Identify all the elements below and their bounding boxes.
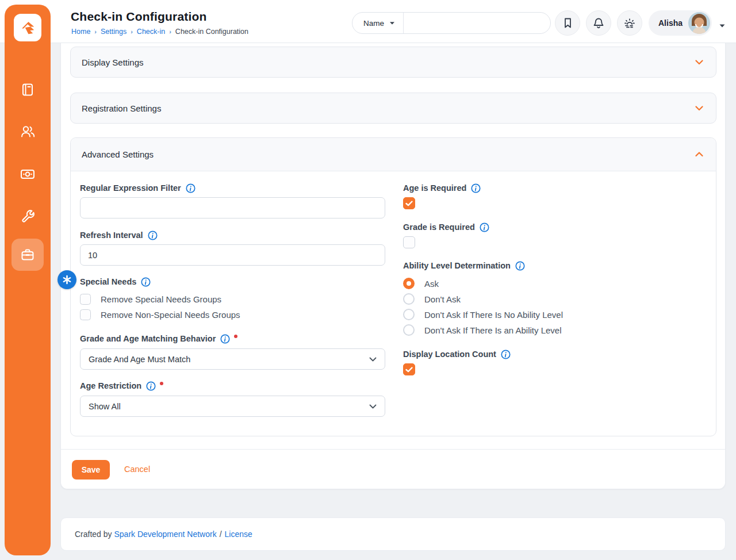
breadcrumb-separator: › (169, 28, 171, 35)
breadcrumb-current: Check-in Configuration (175, 28, 248, 36)
grade-age-matching-select[interactable]: Grade And Age Must Match (80, 348, 385, 370)
theme-toggle-button[interactable] (617, 10, 642, 36)
chevron-down-icon (719, 24, 726, 28)
people-icon (20, 124, 36, 139)
remove-special-needs-checkbox-row[interactable]: Remove Special Needs Groups (80, 294, 221, 305)
required-indicator (160, 382, 163, 385)
panel-advanced-settings-header[interactable]: Advanced Settings (71, 138, 716, 171)
panel-display-settings: Display Settings (70, 47, 716, 78)
refresh-interval-label: Refresh Interval (80, 229, 158, 241)
display-location-count-checkbox[interactable] (403, 363, 415, 375)
chevron-up-icon (695, 152, 703, 157)
panel-registration-settings-header[interactable]: Registration Settings (71, 93, 716, 123)
radio-selected[interactable] (403, 278, 415, 289)
check-icon (405, 201, 413, 206)
book-icon (20, 82, 35, 97)
notifications-button[interactable] (586, 10, 611, 36)
sidebar (5, 5, 51, 555)
rock-logo[interactable] (14, 14, 41, 41)
breadcrumb: Home › Settings › Check-in › Check-in Co… (71, 28, 248, 36)
ability-option-dont-ask-no-level[interactable]: Don't Ask If There Is No Ability Level (403, 309, 563, 320)
top-header: Check-in Configuration Home › Settings ›… (0, 0, 736, 43)
ability-option-dont-ask[interactable]: Don't Ask (403, 293, 461, 305)
breadcrumb-settings[interactable]: Settings (101, 28, 126, 36)
wrench-icon (20, 209, 35, 224)
footer-network-link[interactable]: Spark Development Network (114, 530, 216, 539)
breadcrumb-checkin[interactable]: Check-in (137, 28, 165, 36)
briefcase-icon (20, 247, 35, 262)
cancel-link[interactable]: Cancel (124, 465, 150, 474)
special-needs-label: Special Needs (80, 276, 151, 287)
info-icon[interactable] (480, 223, 489, 232)
panel-title: Display Settings (82, 57, 144, 67)
breadcrumb-separator: › (94, 28, 97, 35)
breadcrumb-home[interactable]: Home (71, 28, 90, 36)
search-filter-label: Name (363, 19, 384, 28)
age-restriction-select[interactable]: Show All (80, 396, 385, 417)
footer-separator: / (220, 530, 222, 539)
info-icon[interactable] (146, 381, 156, 391)
info-icon[interactable] (515, 261, 525, 271)
panel-title: Registration Settings (82, 103, 161, 113)
sidebar-item-tools[interactable] (12, 200, 44, 232)
chevron-down-icon (695, 106, 703, 111)
grade-age-matching-label: Grade and Age Matching Behavior (80, 333, 237, 344)
sidebar-item-admin[interactable] (12, 239, 44, 271)
bookmark-icon (562, 17, 573, 29)
block-container: Display Settings Registration Settings A… (60, 43, 726, 489)
search-input[interactable] (404, 13, 550, 33)
cash-icon (20, 167, 36, 181)
sidebar-item-pages[interactable] (12, 74, 44, 106)
info-icon[interactable] (141, 277, 151, 287)
chevron-down-icon (695, 60, 703, 65)
radio-unselected[interactable] (403, 293, 415, 305)
info-icon[interactable] (471, 183, 481, 193)
required-indicator (234, 335, 237, 338)
panel-registration-settings: Registration Settings (70, 93, 716, 124)
avatar (688, 12, 710, 34)
regex-filter-input[interactable] (80, 197, 385, 218)
header-expand-caret[interactable] (719, 20, 726, 30)
sun-haze-icon (623, 17, 636, 29)
action-bar: Save Cancel (61, 449, 725, 489)
panel-title: Advanced Settings (82, 149, 154, 159)
page-footer: Crafted by Spark Development Network / L… (60, 517, 726, 551)
sidebar-item-people[interactable] (12, 116, 44, 148)
info-icon[interactable] (501, 350, 511, 359)
bookmarks-button[interactable] (555, 10, 580, 36)
display-location-count-label: Display Location Count (403, 348, 511, 360)
checkin-configuration-page: Check-in Configuration Home › Settings ›… (0, 0, 736, 560)
info-icon[interactable] (148, 231, 158, 240)
footer-license-link[interactable]: License (225, 530, 252, 539)
user-name: Alisha (658, 18, 683, 28)
checkbox-unchecked[interactable] (80, 309, 91, 320)
sidebar-item-finance[interactable] (12, 158, 44, 190)
radio-unselected[interactable] (403, 309, 415, 320)
footer-credit-text: Crafted by (75, 530, 112, 539)
grade-required-checkbox[interactable] (403, 236, 415, 248)
user-menu[interactable]: Alisha (649, 10, 712, 36)
page-title: Check-in Configuration (71, 10, 207, 24)
ability-level-label: Ability Level Determination (403, 260, 525, 271)
info-icon[interactable] (220, 334, 230, 344)
panel-display-settings-header[interactable]: Display Settings (71, 47, 716, 77)
chevron-down-icon (389, 21, 395, 25)
save-button[interactable]: Save (72, 460, 110, 480)
bell-icon (593, 17, 604, 29)
ability-option-ask[interactable]: Ask (403, 278, 439, 289)
remove-non-special-needs-checkbox-row[interactable]: Remove Non-Special Needs Groups (80, 309, 240, 320)
check-icon (405, 367, 413, 373)
chevron-down-icon (369, 357, 377, 362)
age-required-label: Age is Required (403, 182, 481, 194)
refresh-interval-input[interactable] (80, 244, 385, 266)
quick-search: Name (352, 12, 551, 34)
panel-advanced-settings: Advanced Settings Regular Expression Fil… (70, 137, 716, 436)
grade-required-label: Grade is Required (403, 221, 489, 233)
radio-unselected[interactable] (403, 324, 415, 336)
age-required-checkbox[interactable] (403, 197, 415, 209)
ability-option-dont-ask-has-level[interactable]: Don't Ask If There Is an Ability Level (403, 324, 562, 336)
chevron-down-icon (369, 404, 377, 409)
search-filter-dropdown[interactable]: Name (352, 13, 404, 33)
checkbox-unchecked[interactable] (80, 294, 91, 305)
info-icon[interactable] (186, 183, 195, 193)
